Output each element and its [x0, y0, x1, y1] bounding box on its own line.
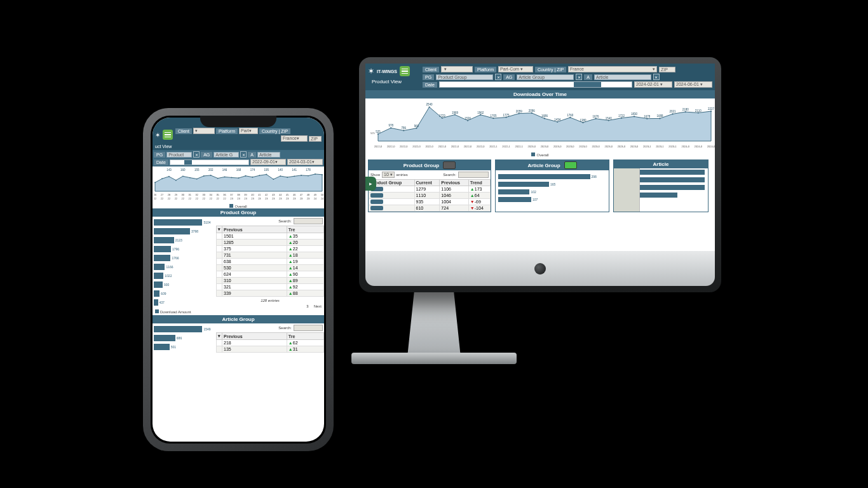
- col-trend-sort[interactable]: Tre: [287, 333, 323, 340]
- svg-text:28: 28: [168, 193, 171, 196]
- svg-point-95: [245, 175, 247, 177]
- svg-point-105: [315, 173, 316, 175]
- svg-point-84: [168, 176, 170, 177]
- table-row[interactable]: 731▲18: [217, 252, 324, 259]
- col-previous[interactable]: Previous: [222, 226, 287, 233]
- svg-text:31: 31: [189, 193, 192, 196]
- wings-icon: ✶: [368, 67, 374, 76]
- col-previous[interactable]: Previous: [440, 180, 468, 186]
- svg-text:42: 42: [265, 193, 268, 196]
- table-row[interactable]: 9351004▼-69: [369, 199, 491, 205]
- pg-card-title: Product Group: [153, 208, 324, 217]
- page-3[interactable]: 3: [306, 304, 308, 308]
- monitor-camera: [534, 263, 546, 274]
- table-row[interactable]: 339▲88: [217, 290, 324, 297]
- svg-text:786: 786: [402, 126, 407, 130]
- table-row[interactable]: 610724▼-104: [369, 205, 491, 212]
- col-previous[interactable]: Previous: [222, 333, 287, 340]
- svg-point-48: [634, 116, 635, 117]
- pg-toggle[interactable]: [443, 161, 456, 169]
- svg-text:37: 37: [230, 193, 233, 196]
- table-row[interactable]: 638▲19: [217, 259, 324, 265]
- svg-text:1536: 1536: [465, 117, 471, 120]
- show-select[interactable]: 10 ▾: [382, 172, 395, 178]
- platform-select[interactable]: Part▾: [239, 128, 258, 134]
- svg-point-51: [672, 113, 673, 114]
- svg-text:22: 22: [223, 197, 226, 200]
- date-to[interactable]: 2024-03-01▾: [287, 159, 323, 165]
- article-scroll-placeholder: [614, 168, 639, 212]
- ag-clear-button[interactable]: ✕: [576, 74, 582, 80]
- table-row[interactable]: 530▲14: [217, 265, 324, 271]
- sort-icon[interactable]: ▾: [217, 226, 222, 233]
- ag-input[interactable]: Article Group: [517, 74, 574, 80]
- search-input[interactable]: [458, 172, 489, 178]
- table-row[interactable]: 218▲62: [217, 340, 324, 346]
- sort-icon[interactable]: ▾: [217, 333, 222, 340]
- pg-input[interactable]: Product Group: [436, 74, 493, 80]
- table-row[interactable]: 310▲89: [217, 278, 324, 284]
- date-range-slider[interactable]: [439, 81, 632, 88]
- table-row[interactable]: 321▲92: [217, 284, 324, 290]
- search-label: Search:: [278, 326, 292, 330]
- hamburger-button[interactable]: [400, 66, 410, 76]
- svg-text:29: 29: [175, 193, 178, 196]
- platform-select[interactable]: Part-Com ▾: [498, 66, 533, 72]
- pg-clear-button[interactable]: ✕: [495, 74, 501, 80]
- a-input[interactable]: Article: [594, 74, 651, 80]
- hamburger-button[interactable]: [163, 130, 173, 140]
- zip-input[interactable]: ZIP: [309, 136, 322, 142]
- phone-frame: ✶ Client ▾ Platform Part▾ Country | ZIP …: [143, 108, 334, 451]
- svg-point-87: [189, 177, 191, 179]
- svg-text:2022-0: 2022-0: [387, 145, 395, 148]
- country-select[interactable]: France▾: [281, 135, 308, 142]
- table-row[interactable]: 624▲90: [217, 271, 324, 278]
- date-from[interactable]: 2022-09-01▾: [250, 159, 286, 165]
- svg-point-28: [377, 133, 379, 135]
- download-amount-legend: Download Amount: [160, 310, 191, 314]
- ag-toggle[interactable]: [564, 161, 577, 169]
- client-select[interactable]: ▾: [193, 128, 215, 134]
- table-row[interactable]: 1501▲35: [217, 233, 324, 240]
- next-button[interactable]: Next: [314, 304, 322, 308]
- monitor-foot: [351, 353, 517, 364]
- country-select[interactable]: France▾: [568, 66, 657, 72]
- date-from[interactable]: 2024-02-01 ▾: [634, 81, 672, 88]
- svg-text:2022-0: 2022-0: [425, 145, 433, 148]
- svg-point-47: [621, 118, 622, 119]
- legend-swatch: [229, 204, 233, 208]
- client-select[interactable]: ▾: [441, 66, 473, 72]
- pg-clear-button[interactable]: ✕: [193, 151, 200, 158]
- svg-text:143: 143: [166, 168, 172, 172]
- side-handle-button[interactable]: ▸: [365, 177, 376, 191]
- date-range-slider[interactable]: [170, 159, 249, 165]
- svg-point-41: [544, 118, 545, 119]
- svg-text:2022-0: 2022-0: [464, 145, 472, 148]
- ag-clear-button[interactable]: ✕: [240, 151, 247, 158]
- pg-input[interactable]: Product: [166, 152, 192, 158]
- a-clear-button[interactable]: ✕: [653, 74, 660, 80]
- a-input[interactable]: Article: [257, 152, 280, 158]
- svg-text:50: 50: [321, 193, 324, 196]
- client-label: Client: [175, 128, 192, 134]
- table-row[interactable]: 375▲22: [217, 246, 324, 252]
- search-input[interactable]: [294, 218, 323, 224]
- col-trend-sort[interactable]: Tre: [287, 226, 323, 233]
- zip-input[interactable]: ZIP: [659, 67, 675, 72]
- search-label: Search:: [443, 173, 456, 177]
- col-current[interactable]: Current: [414, 180, 440, 186]
- table-row[interactable]: 12791106▲173: [369, 186, 491, 193]
- svg-text:23: 23: [251, 197, 254, 200]
- svg-text:202: 202: [208, 168, 214, 172]
- svg-text:44: 44: [279, 193, 282, 196]
- date-to[interactable]: 2024-06-01 ▾: [674, 81, 712, 88]
- ag-card-title: Article Group: [153, 315, 324, 323]
- search-input[interactable]: [294, 325, 323, 331]
- table-row[interactable]: 11101046▲64: [369, 193, 491, 199]
- table-row[interactable]: 1285▲20: [217, 240, 324, 246]
- ag-input[interactable]: Article G: [214, 152, 239, 158]
- svg-point-34: [454, 114, 456, 115]
- svg-point-38: [505, 116, 506, 118]
- table-row[interactable]: 135▲31: [217, 346, 324, 353]
- col-trend[interactable]: Trend: [468, 180, 490, 186]
